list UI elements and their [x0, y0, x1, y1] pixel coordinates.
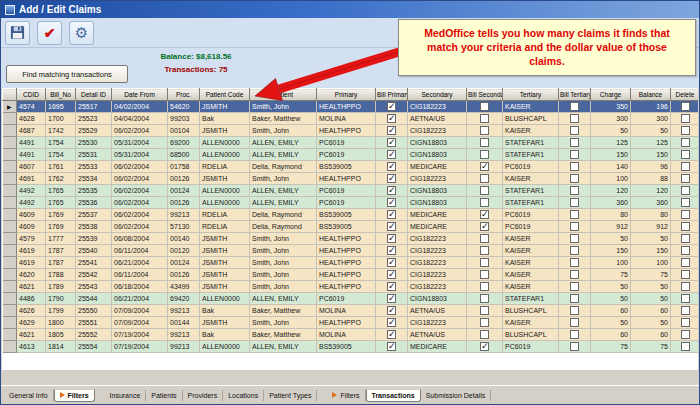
cell-delete[interactable]	[671, 245, 699, 257]
cell-bill-no[interactable]: 1769	[46, 221, 76, 233]
cell-primary[interactable]: BS539005	[317, 209, 376, 221]
cell-balance[interactable]: 50	[631, 293, 671, 305]
cell-cdid[interactable]: 4626	[17, 305, 46, 317]
cell-patient-code[interactable]: JSMITH	[200, 233, 250, 245]
cell-proc[interactable]: 43499	[168, 281, 200, 293]
cell-delete[interactable]	[671, 341, 699, 353]
cell-secondary[interactable]: MEDICARE	[408, 341, 467, 353]
tab-transactions[interactable]: Transactions	[366, 389, 421, 402]
bill-tertiary-checkbox[interactable]	[570, 258, 579, 267]
cell-date-from[interactable]: 07/19/2004	[112, 329, 168, 341]
cell-balance[interactable]: 100	[631, 257, 671, 269]
delete-checkbox[interactable]	[681, 258, 690, 267]
cell-charge[interactable]: 50	[591, 125, 631, 137]
delete-checkbox[interactable]	[681, 150, 690, 159]
cell-primary[interactable]: HEALTHPPO	[317, 125, 376, 137]
cell-balance[interactable]: 120	[631, 185, 671, 197]
delete-checkbox[interactable]	[681, 186, 690, 195]
cell-bill-primary[interactable]	[376, 257, 408, 269]
row-selector[interactable]	[3, 341, 17, 353]
bill-secondary-checkbox[interactable]	[480, 234, 489, 243]
cell-proc[interactable]: 68500	[168, 149, 200, 161]
cell-charge[interactable]: 60	[591, 305, 631, 317]
cell-patient[interactable]: Baker, Matthew	[250, 113, 317, 125]
column-header-date-from[interactable]: Date From	[112, 89, 168, 101]
cell-proc[interactable]: 00144	[168, 317, 200, 329]
row-selector[interactable]	[3, 233, 17, 245]
row-selector[interactable]: ▶	[3, 101, 17, 113]
cell-patient[interactable]: ALLEN, EMILY	[250, 149, 317, 161]
row-selector[interactable]	[3, 149, 17, 161]
cell-bill-no[interactable]: 1787	[46, 257, 76, 269]
cell-proc[interactable]: 69420	[168, 293, 200, 305]
bill-secondary-checkbox[interactable]	[480, 114, 489, 123]
cell-balance[interactable]: 50	[631, 317, 671, 329]
cell-bill-secondary[interactable]	[467, 137, 503, 149]
tab-patient-types[interactable]: Patient Types	[264, 390, 317, 401]
cell-date-from[interactable]: 06/02/2004	[112, 185, 168, 197]
cell-bill-primary[interactable]	[376, 317, 408, 329]
bill-secondary-checkbox[interactable]	[480, 306, 489, 315]
cell-bill-no[interactable]: 1754	[46, 149, 76, 161]
cell-detail-id[interactable]: 25543	[76, 281, 112, 293]
tab-locations[interactable]: Locations	[223, 390, 264, 401]
bill-secondary-checkbox[interactable]	[480, 294, 489, 303]
delete-checkbox[interactable]	[681, 282, 690, 291]
cell-detail-id[interactable]: 25531	[76, 149, 112, 161]
bill-primary-checkbox[interactable]	[387, 270, 396, 279]
cell-bill-tertiary[interactable]	[559, 173, 591, 185]
cell-bill-secondary[interactable]	[467, 173, 503, 185]
delete-checkbox[interactable]	[681, 102, 690, 111]
cell-tertiary[interactable]: BLUSHCAPL	[503, 113, 559, 125]
cell-delete[interactable]	[671, 281, 699, 293]
cell-bill-secondary[interactable]	[467, 257, 503, 269]
cell-patient-code[interactable]: RDELIA	[200, 209, 250, 221]
bill-secondary-checkbox[interactable]	[480, 186, 489, 195]
cell-bill-primary[interactable]	[376, 281, 408, 293]
cell-detail-id[interactable]: 25541	[76, 257, 112, 269]
cell-primary[interactable]: HEALTHPPO	[317, 269, 376, 281]
cell-proc[interactable]: 99213	[168, 341, 200, 353]
cell-tertiary[interactable]: KAISER	[503, 101, 559, 113]
claim-row[interactable]: 462817002552304/04/200499203BakBaker, Ma…	[3, 113, 699, 125]
bill-tertiary-checkbox[interactable]	[570, 126, 579, 135]
cell-primary[interactable]: MOLINA	[317, 329, 376, 341]
cell-bill-tertiary[interactable]	[559, 209, 591, 221]
cell-patient[interactable]: Smith, John	[250, 125, 317, 137]
delete-checkbox[interactable]	[681, 318, 690, 327]
claim-row[interactable]: 457917772553906/08/200400140JSMITHSmith,…	[3, 233, 699, 245]
cell-bill-no[interactable]: 1754	[46, 137, 76, 149]
claim-row[interactable]: 449117542553005/31/200469200ALLEN0000ALL…	[3, 137, 699, 149]
cell-detail-id[interactable]: 25544	[76, 293, 112, 305]
cell-secondary[interactable]: MEDICARE	[408, 161, 467, 173]
cell-date-from[interactable]: 06/02/2004	[112, 173, 168, 185]
claim-row[interactable]: 449117542553105/31/200468500ALLEN0000ALL…	[3, 149, 699, 161]
cell-delete[interactable]	[671, 149, 699, 161]
cell-patient-code[interactable]: JSMITH	[200, 281, 250, 293]
cell-tertiary[interactable]: KAISER	[503, 125, 559, 137]
cell-cdid[interactable]: 4486	[17, 293, 46, 305]
cell-detail-id[interactable]: 25523	[76, 113, 112, 125]
cell-bill-secondary[interactable]	[467, 221, 503, 233]
bill-tertiary-checkbox[interactable]	[570, 342, 579, 351]
cell-patient-code[interactable]: ALLEN0000	[200, 293, 250, 305]
bill-tertiary-checkbox[interactable]	[570, 234, 579, 243]
cell-bill-primary[interactable]	[376, 161, 408, 173]
cell-primary[interactable]: HEALTHPPO	[317, 257, 376, 269]
cell-bill-secondary[interactable]	[467, 161, 503, 173]
bill-secondary-checkbox[interactable]	[480, 318, 489, 327]
cell-balance[interactable]: 125	[631, 137, 671, 149]
cell-bill-primary[interactable]	[376, 209, 408, 221]
cell-bill-no[interactable]: 1769	[46, 209, 76, 221]
cell-bill-no[interactable]: 1814	[46, 341, 76, 353]
cell-cdid[interactable]: 4620	[17, 269, 46, 281]
cell-secondary[interactable]: AETNA/US	[408, 113, 467, 125]
cell-tertiary[interactable]: KAISER	[503, 269, 559, 281]
cell-bill-no[interactable]: 1789	[46, 281, 76, 293]
cell-secondary[interactable]: CIGN18803	[408, 137, 467, 149]
cell-bill-primary[interactable]	[376, 305, 408, 317]
cell-bill-no[interactable]: 1700	[46, 113, 76, 125]
cell-bill-no[interactable]: 1761	[46, 161, 76, 173]
cell-primary[interactable]: PC6019	[317, 185, 376, 197]
row-selector[interactable]	[3, 113, 17, 125]
